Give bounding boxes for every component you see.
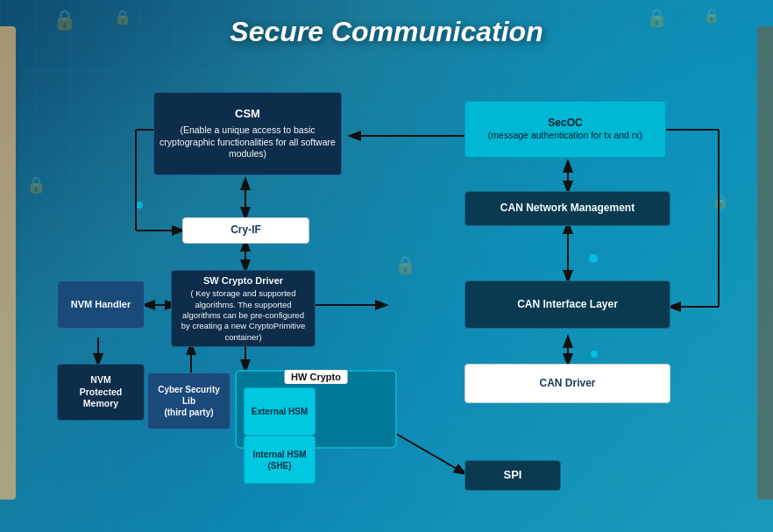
dot-4 [591,351,598,358]
sw-crypto-title: SW Crypto Driver [177,274,309,287]
sw-crypto-desc: ( Key storage and supported algorithms. … [177,288,309,343]
csm-title: CSM [160,107,336,122]
bg-overlay [0,0,773,532]
bg-grid [0,0,773,532]
nvm-protected-box: NVM Protected Memory [57,364,145,421]
svg-line-10 [386,428,465,473]
hw-crypto-container: HW Crypto External HSM Internal HSM (SHE… [235,370,397,449]
lock-icon-6: 🔒 [712,193,729,209]
cryif-label: Cry-IF [230,223,261,238]
lock-icon-1: 🔒 [53,9,76,32]
lock-icon-3: 🔒 [646,7,668,28]
csm-box: CSM (Enable a unique access to basic cry… [153,92,342,175]
dot-3 [589,254,598,263]
lock-icon-2: 🔒 [114,9,131,25]
can-if-label: CAN Interface Layer [517,298,618,312]
csm-desc: (Enable a unique access to basic cryptog… [160,124,336,160]
side-left-panel [0,26,16,500]
spi-box: SPI [465,460,561,491]
cryif-box: Cry-IF [182,217,309,244]
nvm-protected-line1: NVM [63,374,138,387]
side-right-panel [757,26,773,500]
internal-hsm-box: Internal HSM (SHE) [244,436,316,484]
secoc-title: SecOC [488,117,642,131]
can-driver-box: CAN Driver [465,364,670,403]
external-hsm-box: External HSM [244,387,316,436]
dot-1 [136,202,143,209]
can-driver-label: CAN Driver [539,377,595,391]
nvm-protected-line2: Protected Memory [63,387,138,410]
cyber-sec-line1: Cyber Security Lib [153,384,224,407]
external-hsm-label: External HSM [252,406,308,417]
can-nm-label: CAN Network Management [500,202,635,216]
secoc-box: SecOC (message authentication for tx and… [465,101,666,158]
cyber-sec-line2: (third party) [153,407,224,418]
can-nm-box: CAN Network Management [465,191,670,226]
hw-crypto-label: HW Crypto [284,370,348,384]
sw-crypto-box: SW Crypto Driver ( Key storage and suppo… [171,270,316,347]
lock-icon-4: 🔒 [703,7,720,24]
internal-hsm-label: Internal HSM (SHE) [250,449,309,472]
cyber-sec-box: Cyber Security Lib (third party) [147,372,230,429]
can-if-box: CAN Interface Layer [465,280,670,329]
lock-icon-7: 🔒 [394,254,416,275]
nvm-handler-box: NVM Handler [57,280,145,329]
lock-icon-5: 🔒 [26,175,46,195]
main-container: 🔒 🔒 🔒 🔒 🔒 🔒 🔒 Secure Communication [0,0,773,532]
arrows-svg [0,0,773,532]
spi-label: SPI [504,468,522,483]
page-title: Secure Communication [230,16,543,48]
nvm-handler-label: NVM Handler [71,298,131,310]
secoc-desc: (message authentication for tx and rx) [488,130,642,142]
